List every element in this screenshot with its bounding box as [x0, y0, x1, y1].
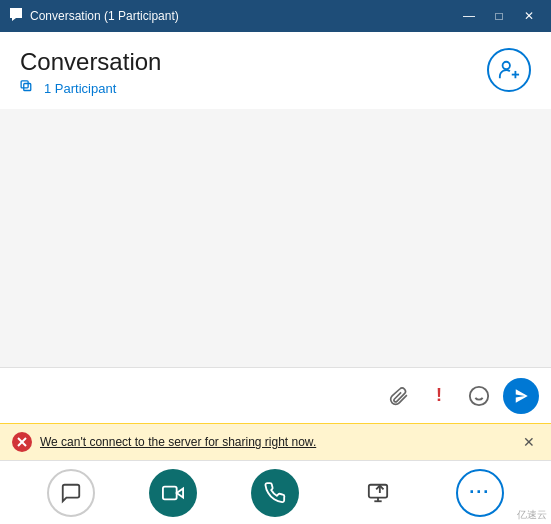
call-button[interactable] [251, 469, 299, 517]
error-text[interactable]: We can't connect to the server for shari… [40, 435, 511, 449]
svg-rect-1 [24, 84, 31, 91]
screen-share-button[interactable] [354, 469, 402, 517]
bottom-toolbar: ··· [0, 460, 551, 524]
title-bar-controls: — □ ✕ [455, 5, 543, 27]
error-close-button[interactable]: ✕ [519, 434, 539, 450]
error-icon [12, 432, 32, 452]
more-button[interactable]: ··· [456, 469, 504, 517]
maximize-button[interactable]: □ [485, 5, 513, 27]
participants-row: 1 Participant [20, 80, 161, 97]
app-icon [8, 6, 24, 26]
participants-icon [20, 80, 38, 97]
main-content: Conversation 1 Participant [0, 32, 551, 460]
importance-button[interactable]: ! [423, 380, 455, 412]
chat-area [0, 109, 551, 367]
participants-label: 1 Participant [44, 81, 116, 96]
header: Conversation 1 Participant [0, 32, 551, 109]
svg-rect-12 [163, 486, 177, 499]
emoji-button[interactable] [463, 380, 495, 412]
input-area: ! [0, 367, 551, 423]
minimize-button[interactable]: — [455, 5, 483, 27]
svg-point-5 [470, 386, 488, 404]
header-left: Conversation 1 Participant [20, 48, 161, 97]
video-button[interactable] [149, 469, 197, 517]
send-button[interactable] [503, 378, 539, 414]
attach-button[interactable] [383, 380, 415, 412]
title-bar-title: Conversation (1 Participant) [30, 9, 179, 23]
svg-rect-0 [21, 81, 28, 88]
chat-button[interactable] [47, 469, 95, 517]
conversation-title: Conversation [20, 48, 161, 76]
svg-point-2 [503, 62, 510, 69]
svg-marker-11 [177, 488, 183, 497]
close-button[interactable]: ✕ [515, 5, 543, 27]
svg-marker-8 [516, 389, 528, 403]
add-participant-button[interactable] [487, 48, 531, 92]
title-bar: Conversation (1 Participant) — □ ✕ [0, 0, 551, 32]
title-bar-left: Conversation (1 Participant) [8, 6, 179, 26]
error-banner: We can't connect to the server for shari… [0, 423, 551, 460]
